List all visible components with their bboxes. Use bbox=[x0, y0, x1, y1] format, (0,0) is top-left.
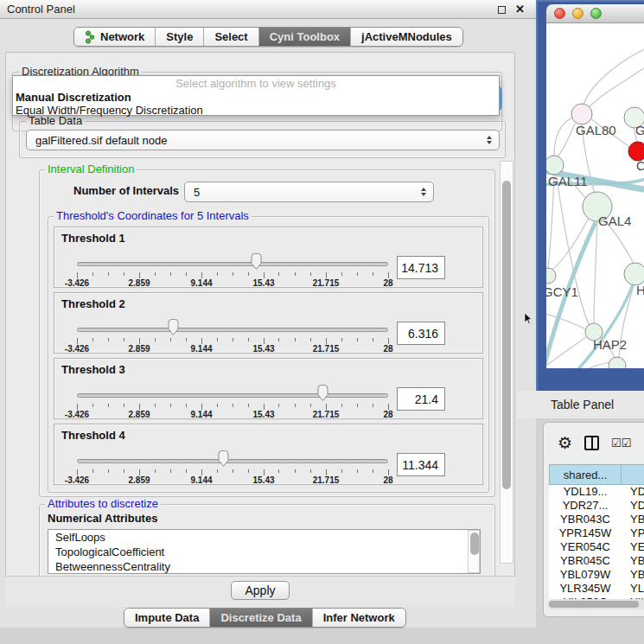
panel-scrollbar-thumb[interactable] bbox=[502, 181, 511, 489]
list-scrollbar[interactable] bbox=[468, 530, 480, 573]
network-edge[interactable] bbox=[548, 175, 554, 268]
list-item[interactable]: TopologicalCoefficient bbox=[48, 545, 480, 559]
tab-label: Impute Data bbox=[135, 611, 199, 624]
number-of-intervals-combo[interactable]: 5 bbox=[184, 182, 434, 202]
table-row[interactable]: YBL079WYBL0 bbox=[549, 568, 644, 582]
table-h-scrollbar[interactable] bbox=[547, 599, 644, 609]
table-row[interactable]: YBR043CYBR0 bbox=[549, 513, 644, 526]
tab-style[interactable]: Style bbox=[156, 28, 204, 46]
panel-scrollbar[interactable] bbox=[500, 161, 513, 564]
table-row[interactable]: YDR27...YDR2 bbox=[549, 499, 644, 513]
slider-handle[interactable] bbox=[216, 450, 231, 468]
tab-network[interactable]: Network bbox=[74, 28, 156, 46]
network-edge[interactable] bbox=[590, 68, 644, 107]
network-edge[interactable] bbox=[546, 314, 586, 329]
slider-track[interactable] bbox=[77, 262, 388, 266]
network-edge[interactable] bbox=[594, 221, 597, 323]
table-cell: YDL1 bbox=[622, 485, 644, 499]
table-data-combo[interactable]: galFiltered.sif default node bbox=[26, 130, 500, 150]
close-button[interactable] bbox=[554, 8, 565, 19]
table-cell: YPR1 bbox=[622, 526, 644, 540]
network-node-label: HAP2 bbox=[593, 337, 627, 352]
table-row[interactable]: YLR345WYLR3 bbox=[549, 582, 644, 596]
threshold-value-field[interactable]: 6.316 bbox=[397, 322, 445, 345]
checkboxes-icon[interactable]: ☑☑ bbox=[611, 437, 631, 450]
table-h-scrollbar-thumb[interactable] bbox=[549, 601, 639, 608]
threshold-label: Threshold 1 bbox=[61, 232, 125, 245]
zoom-button[interactable] bbox=[590, 8, 602, 19]
column-header-n[interactable]: n bbox=[622, 464, 644, 485]
network-canvas[interactable]: GAL80GCGAL11GAL4GCY1HHAP2 bbox=[546, 23, 644, 368]
tab-infer-network[interactable]: Infer Network bbox=[313, 609, 405, 627]
screen: Control Panel ✕ NetworkStyleSelectCyni T… bbox=[0, 0, 644, 644]
table-row[interactable]: YER054CYER0 bbox=[549, 540, 644, 554]
table-cell: YBL0 bbox=[622, 568, 644, 582]
network-node-gal80[interactable] bbox=[571, 104, 592, 124]
node-table[interactable]: shared...n YDL19...YDL1YDR27...YDR2YBR04… bbox=[549, 464, 644, 603]
tab-impute-data[interactable]: Impute Data bbox=[124, 609, 210, 627]
minimize-button[interactable] bbox=[572, 8, 583, 19]
tab-jactivemnodules[interactable]: jActiveMNodules bbox=[351, 28, 462, 46]
table-cell: YDR2 bbox=[622, 499, 644, 513]
mouse-cursor bbox=[525, 313, 533, 325]
columns-icon[interactable] bbox=[584, 436, 599, 450]
list-item[interactable]: SelfLoops bbox=[48, 530, 480, 545]
network-edge[interactable] bbox=[557, 124, 575, 157]
slider-tick-labels: -3.4262.8599.14415.4321.71528 bbox=[77, 475, 388, 485]
threshold-label: Threshold 2 bbox=[61, 297, 125, 310]
network-node-gal11[interactable] bbox=[546, 156, 564, 175]
list-scrollbar-thumb[interactable] bbox=[470, 532, 479, 555]
slider-track[interactable] bbox=[77, 393, 388, 398]
tab-cyni-toolbox[interactable]: Cyni Toolbox bbox=[259, 28, 351, 46]
network-node-label: GAL4 bbox=[598, 214, 631, 228]
threshold-value-field[interactable]: 21.4 bbox=[397, 387, 445, 411]
algorithm-option-equal-width-frequency-discretization[interactable]: Equal Width/Frequency Discretization bbox=[13, 104, 499, 117]
apply-button[interactable]: Apply bbox=[231, 581, 290, 600]
network-node[interactable] bbox=[609, 357, 626, 368]
network-edge[interactable] bbox=[583, 49, 644, 105]
threshold-panel-2: Threshold 2-3.4262.8599.14415.4321.71528… bbox=[54, 292, 483, 354]
interval-definition-label: Interval Definition bbox=[45, 163, 137, 175]
list-item[interactable]: BetweennessCentrality bbox=[48, 559, 480, 574]
numerical-attributes-label: Numerical Attributes bbox=[48, 512, 157, 525]
table-cell: YBR0 bbox=[622, 513, 644, 526]
control-panel-title: Control Panel bbox=[7, 3, 75, 16]
tab-select[interactable]: Select bbox=[204, 28, 258, 46]
gear-icon[interactable]: ⚙ bbox=[558, 435, 572, 451]
numerical-attributes-list[interactable]: SelfLoopsTopologicalCoefficientBetweenne… bbox=[48, 529, 481, 574]
network-graph: GAL80GCGAL11GAL4GCY1HHAP2 bbox=[546, 23, 644, 368]
close-icon[interactable]: ✕ bbox=[515, 3, 525, 16]
table-row[interactable]: YDL19...YDL1 bbox=[549, 485, 644, 499]
threshold-value-field[interactable]: 11.344 bbox=[397, 453, 445, 476]
network-node-label: H bbox=[636, 283, 644, 297]
slider-handle[interactable] bbox=[166, 318, 181, 336]
tab-label: Cyni Toolbox bbox=[270, 30, 340, 43]
slider-handle[interactable] bbox=[249, 252, 264, 271]
tab-discretize-data[interactable]: Discretize Data bbox=[210, 609, 312, 627]
slider-handle[interactable] bbox=[316, 384, 330, 402]
table-row[interactable]: YPR145WYPR1 bbox=[549, 526, 644, 540]
threshold-label: Threshold 4 bbox=[61, 429, 125, 442]
slider-tick-labels: -3.4262.8599.14415.4321.71528 bbox=[77, 410, 388, 419]
network-window-titlebar bbox=[546, 4, 644, 23]
table-row[interactable]: YBR045CYBR0 bbox=[549, 554, 644, 568]
apply-bar: Apply bbox=[5, 576, 515, 607]
threshold-value-field[interactable]: 14.713 bbox=[397, 256, 445, 279]
float-window-icon[interactable] bbox=[498, 6, 506, 14]
table-cell: YLR3 bbox=[622, 582, 644, 596]
network-node-label: G bbox=[635, 123, 644, 137]
network-node-gcy1[interactable] bbox=[546, 268, 556, 284]
slider-tick-labels: -3.4262.8599.14415.4321.71528 bbox=[77, 344, 388, 354]
top-tab-bar: NetworkStyleSelectCyni ToolboxjActiveMNo… bbox=[73, 27, 463, 47]
column-header-shared-[interactable]: shared... bbox=[549, 464, 622, 485]
table-data-label: Table Data bbox=[26, 115, 85, 127]
threshold-panel-1: Threshold 1-3.4262.8599.14415.4321.71528… bbox=[54, 226, 483, 288]
slider-track[interactable] bbox=[77, 459, 388, 463]
slider-track[interactable] bbox=[77, 328, 388, 332]
algorithm-option-manual-discretization[interactable]: Manual Discretization bbox=[13, 91, 499, 104]
network-node-label: C bbox=[636, 158, 644, 173]
tab-label: Select bbox=[214, 30, 247, 43]
network-edge[interactable] bbox=[550, 218, 589, 271]
tab-label: Infer Network bbox=[323, 611, 395, 624]
network-node-label: GAL11 bbox=[548, 174, 588, 188]
